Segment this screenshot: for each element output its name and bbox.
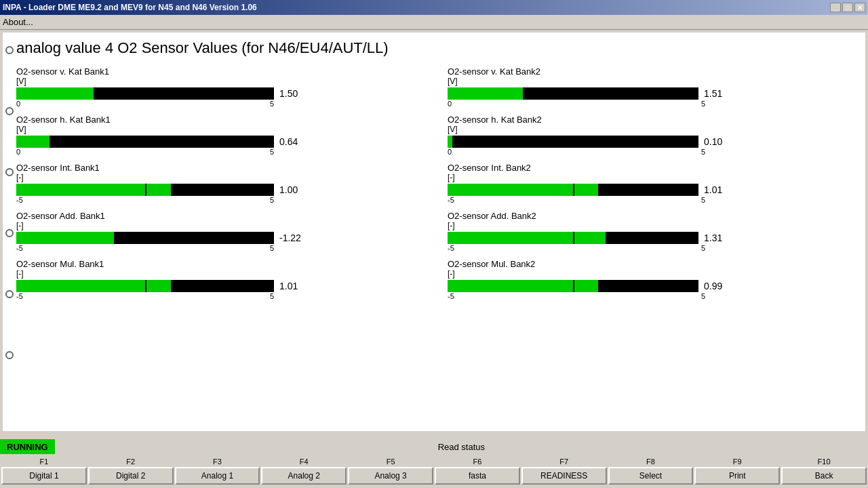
fkey-btn-analog-1[interactable]: Analog 1	[175, 467, 260, 485]
sensor-name-b1-2: O2-sensor Int. Bank1	[16, 163, 420, 173]
sensor-block-b2-3: O2-sensor Add. Bank2 [-] 1.31 -5 5	[448, 211, 852, 252]
sensor-unit-b2-2: [-]	[448, 173, 852, 182]
fkey-group-f2: F2Digital 2	[88, 458, 174, 485]
sensor-name-b1-3: O2-sensor Add. Bank1	[16, 211, 420, 221]
sensor-block-b2-1: O2-sensor h. Kat Bank2 [V] 0.10 0 5	[448, 115, 852, 156]
fkey-btn-select[interactable]: Select	[608, 467, 694, 485]
fkey-label-f10: F10	[818, 458, 831, 466]
bar-b2-1	[448, 136, 698, 148]
running-badge: RUNNING	[0, 439, 55, 454]
title-bar-text: INPA - Loader DME ME9.2 and MEV9 for N45…	[3, 3, 257, 12]
zero-line-b1-3	[145, 232, 146, 244]
scale-max-b1-0: 5	[270, 100, 274, 108]
fkey-btn-fasta[interactable]: fasta	[435, 467, 520, 485]
bar-row-b2-3: 1.31	[448, 232, 852, 244]
sensor-name-b1-1: O2-sensor h. Kat Bank1	[16, 115, 420, 125]
scale-min-b1-0: 0	[16, 100, 20, 108]
sensor-name-b2-1: O2-sensor h. Kat Bank2	[448, 115, 852, 125]
main-content: analog value 4 O2 Sensor Values (for N46…	[3, 33, 865, 431]
fkey-group-f9: F9Print	[694, 458, 780, 485]
fkey-label-f8: F8	[646, 458, 655, 466]
bar-b1-2	[16, 184, 274, 196]
fkey-btn-analog-3[interactable]: Analog 3	[348, 467, 433, 485]
maximize-button[interactable]: □	[842, 3, 853, 12]
sensor-block-b2-0: O2-sensor v. Kat Bank2 [V] 1.51 0 5	[448, 66, 852, 108]
fkey-label-f3: F3	[213, 458, 222, 466]
page-title: analog value 4 O2 Sensor Values (for N46…	[16, 39, 852, 57]
bar-fill-b2-0	[448, 87, 523, 100]
bar-fill-b1-2	[16, 184, 171, 196]
bar-scale-b2-2: -5 5	[448, 196, 705, 204]
minimize-button[interactable]: _	[830, 3, 841, 12]
bar-b2-4	[448, 280, 698, 292]
zero-line-b1-4	[145, 280, 146, 292]
sensor-block-b2-2: O2-sensor Int. Bank2 [-] 1.01 -5 5	[448, 163, 852, 204]
fkey-group-f7: F7READINESS	[521, 458, 607, 485]
sensor-value-b2-3: 1.31	[704, 232, 738, 243]
fkey-label-f1: F1	[39, 458, 48, 466]
fkey-btn-print[interactable]: Print	[694, 467, 780, 485]
bar-b2-3	[448, 232, 698, 244]
sensor-block-b1-0: O2-sensor v. Kat Bank1 [V] 1.50 0 5	[16, 66, 420, 108]
radio-3[interactable]	[5, 168, 14, 176]
sensor-unit-b1-1: [V]	[16, 125, 420, 134]
bar-scale-b1-3: -5 5	[16, 244, 274, 252]
sensor-value-b1-2: 1.00	[279, 184, 313, 195]
bar-scale-b1-1: 0 5	[16, 148, 274, 156]
fkey-label-f2: F2	[126, 458, 135, 466]
bar-fill-b1-4	[16, 280, 171, 292]
close-button[interactable]: ✕	[854, 3, 865, 12]
title-bar: INPA - Loader DME ME9.2 and MEV9 for N45…	[0, 0, 868, 15]
bar-b1-4	[16, 280, 274, 292]
sensor-unit-b2-4: [-]	[448, 269, 852, 279]
sensor-name-b2-4: O2-sensor Mul. Bank2	[448, 259, 852, 269]
bar-scale-b1-4: -5 5	[16, 292, 274, 300]
fkey-btn-analog-2[interactable]: Analog 2	[261, 467, 347, 485]
sensor-name-b1-0: O2-sensor v. Kat Bank1	[16, 66, 420, 77]
sensor-value-b2-0: 1.51	[704, 88, 738, 99]
sensor-value-b2-4: 0.99	[704, 281, 738, 291]
bar-scale-b2-0: 0 5	[448, 100, 705, 108]
bar-fill-b2-1	[448, 136, 452, 148]
title-bar-buttons: _ □ ✕	[830, 3, 865, 12]
bar-row-b1-3: -1.22	[16, 232, 420, 244]
scale-min-b2-0: 0	[448, 100, 452, 108]
bar-scale-b2-1: 0 5	[448, 148, 705, 156]
bar-b1-3	[16, 232, 274, 244]
fkey-btn-back[interactable]: Back	[781, 467, 867, 485]
fkey-label-f9: F9	[733, 458, 742, 466]
menu-bar: About...	[0, 15, 868, 30]
sensor-unit-b1-3: [-]	[16, 221, 420, 230]
radio-4[interactable]	[5, 229, 14, 237]
radio-2[interactable]	[5, 107, 14, 115]
zero-line-b2-4	[573, 280, 574, 292]
sensor-block-b1-3: O2-sensor Add. Bank1 [-] -1.22 -5 5	[16, 211, 420, 252]
fkey-group-f3: F3Analog 1	[175, 458, 260, 485]
fkey-btn-digital-2[interactable]: Digital 2	[88, 467, 174, 485]
status-bar: RUNNING Read status	[0, 439, 868, 454]
bar-fill-b2-3	[448, 232, 606, 244]
sensor-block-b1-1: O2-sensor h. Kat Bank1 [V] 0.64 0 5	[16, 115, 420, 156]
fkey-label-f4: F4	[300, 458, 309, 466]
radio-1[interactable]	[5, 46, 14, 54]
sensor-unit-b2-0: [V]	[448, 77, 852, 86]
sensor-value-b2-2: 1.01	[704, 184, 738, 195]
fkey-group-f10: F10Back	[781, 458, 867, 485]
about-menu-item[interactable]: About...	[3, 17, 33, 27]
sensor-value-b2-1: 0.10	[704, 136, 738, 147]
fkey-group-f1: F1Digital 1	[1, 458, 87, 485]
sensor-unit-b2-1: [V]	[448, 125, 852, 134]
sensor-block-b1-2: O2-sensor Int. Bank1 [-] 1.00 -5 5	[16, 163, 420, 204]
sensor-name-b2-0: O2-sensor v. Kat Bank2	[448, 66, 852, 77]
radio-6[interactable]	[5, 351, 14, 359]
bar-fill-b1-3	[16, 232, 114, 244]
sensor-value-b1-4: 1.01	[279, 281, 313, 291]
bar-fill-b1-0	[16, 87, 94, 100]
sensor-value-b1-3: -1.22	[279, 232, 313, 243]
bar-row-b2-1: 0.10	[448, 136, 852, 148]
fkey-btn-digital-1[interactable]: Digital 1	[1, 467, 87, 485]
bar-row-b1-4: 1.01	[16, 280, 420, 292]
radio-5[interactable]	[5, 290, 14, 298]
fkey-btn-readiness[interactable]: READINESS	[521, 467, 607, 485]
bar-row-b2-2: 1.01	[448, 184, 852, 196]
